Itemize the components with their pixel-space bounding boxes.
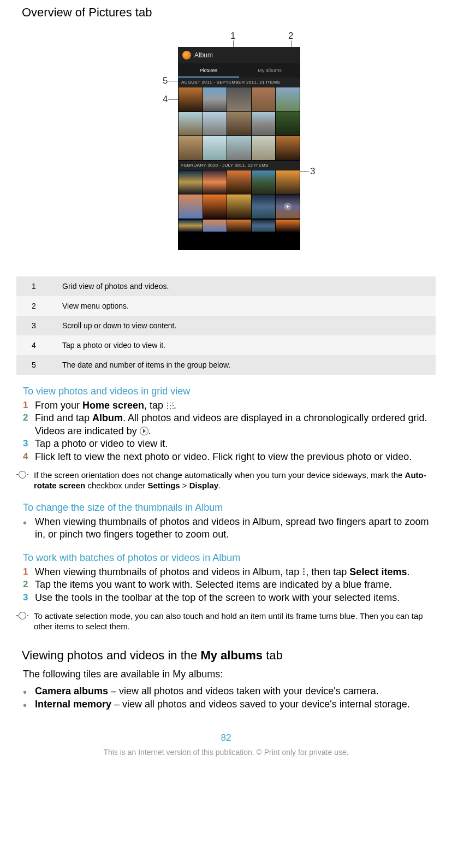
subheading-batches: To work with batches of photos or videos… (23, 552, 436, 564)
overflow-menu-icon (303, 568, 305, 576)
step-number: 3 (23, 438, 28, 450)
phone-header: Album (178, 47, 300, 63)
step-item: 3Tap a photo or video to view it. (23, 438, 436, 450)
subheading-grid-view: To view photos and videos in grid view (23, 386, 436, 397)
footer-note: This is an Internet version of this publ… (16, 748, 436, 757)
legend-num: 4 (16, 335, 58, 355)
page-number: 82 (16, 733, 436, 743)
legend-text: The date and number of items in the grou… (58, 355, 436, 375)
steps-grid-view: 1From your Home screen, tap . 2Find and … (16, 399, 436, 463)
step-number: 1 (23, 399, 28, 411)
bullet-item: Camera albums – view all photos and vide… (23, 685, 436, 698)
legend-num: 5 (16, 355, 58, 375)
callout-2-label: 2 (288, 31, 293, 42)
callout-3-label: 3 (310, 166, 315, 177)
legend-row: 3Scroll up or down to view content. (16, 316, 436, 335)
step-item: 1When viewing thumbnails of photos and v… (23, 566, 436, 578)
page-title-2: Viewing photos and videos in the My albu… (22, 648, 436, 663)
phone-group-header-2: FEBRUARY 2010 - JULY 2011, 12 ITEMS (178, 161, 300, 170)
legend-num: 3 (16, 316, 58, 335)
phone-thumb-grid-2 (178, 170, 300, 219)
step-item: 4Flick left to view the next photo or vi… (23, 451, 436, 463)
legend-text: Grid view of photos and videos. (58, 276, 436, 296)
legend-row: 4Tap a photo or video to view it. (16, 335, 436, 355)
step-number: 3 (23, 592, 28, 604)
step-number: 2 (23, 578, 28, 591)
step-number: 2 (23, 412, 28, 424)
legend-text: View menu options. (58, 296, 436, 316)
legend-num: 2 (16, 296, 58, 316)
callout-5-label: 5 (163, 75, 168, 86)
tip-text: To activate selection mode, you can also… (34, 611, 436, 632)
step-item: 2Tap the items you want to work with. Se… (23, 578, 436, 591)
step-item: 2Find and tap Album. All photos and vide… (23, 412, 436, 438)
play-circle-icon (140, 427, 148, 435)
bullet-item: When viewing thumbnails of photos and vi… (23, 516, 436, 541)
legend-text: Tap a photo or video to view it. (58, 335, 436, 355)
step-number: 1 (23, 566, 28, 578)
tip-block-2: To activate selection mode, you can also… (16, 611, 436, 632)
phone-tab-pictures: Pictures (178, 63, 239, 78)
callout-1-label: 1 (230, 31, 235, 42)
step-item: 3Use the tools in the toolbar at the top… (23, 592, 436, 604)
step-item: 1From your Home screen, tap . (23, 399, 436, 412)
phone-tab-myalbums: My albums (239, 63, 300, 78)
tip-text: If the screen orientation does not chang… (34, 470, 436, 491)
figure: 1 2 3 4 5 Album Pictures My albums AUGUS… (16, 31, 436, 265)
intro-line: The following tiles are available in My … (23, 668, 436, 681)
lightbulb-icon (16, 470, 28, 491)
callout-4-label: 4 (163, 94, 168, 105)
lightbulb-icon (16, 611, 28, 632)
tip-block-1: If the screen orientation does not chang… (16, 470, 436, 491)
subheading-thumb-size: To change the size of the thumbnails in … (23, 502, 436, 513)
phone-thumb-grid-3 (178, 219, 300, 232)
bullet-list-albums: Camera albums – view all photos and vide… (16, 685, 436, 711)
legend-row: 1Grid view of photos and videos. (16, 276, 436, 296)
apps-grid-icon (166, 401, 174, 409)
phone-thumb-grid-1 (178, 87, 300, 161)
legend-text: Scroll up or down to view content. (58, 316, 436, 335)
legend-row: 2View menu options. (16, 296, 436, 316)
page-title-1: Overview of Pictures tab (22, 5, 436, 20)
phone-screenshot: Album Pictures My albums AUGUST 2011 - S… (178, 47, 300, 250)
legend-num: 1 (16, 276, 58, 296)
callout-legend-table: 1Grid view of photos and videos. 2View m… (16, 276, 436, 375)
album-app-icon (182, 51, 191, 60)
steps-batches: 1When viewing thumbnails of photos and v… (16, 566, 436, 604)
bullet-item: Internal memory – view all photos and vi… (23, 698, 436, 711)
step-number: 4 (23, 451, 28, 463)
legend-row: 5The date and number of items in the gro… (16, 355, 436, 375)
phone-app-title: Album (194, 51, 213, 59)
bullet-list-thumb-size: When viewing thumbnails of photos and vi… (16, 516, 436, 541)
phone-group-header-1: AUGUST 2011 - SEPTEMBER 2011, 21 ITEMS (178, 78, 300, 87)
phone-tabs: Pictures My albums (178, 63, 300, 78)
